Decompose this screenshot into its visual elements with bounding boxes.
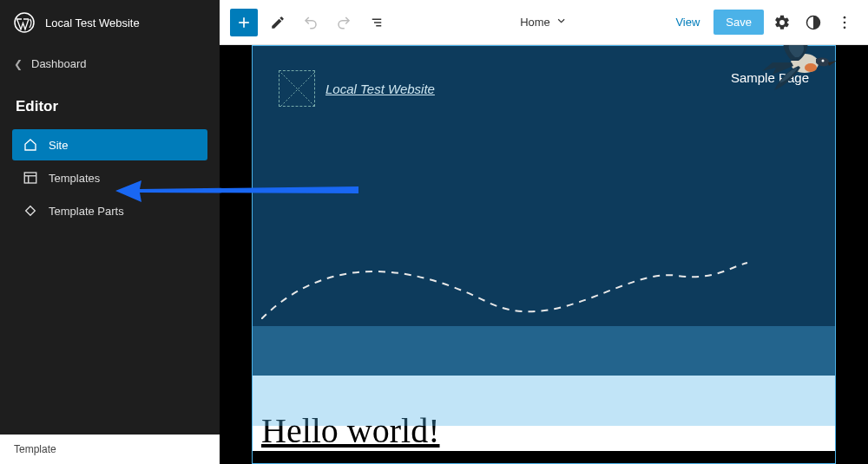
toolbar-right-group: View Save	[667, 10, 858, 36]
editor-nav: Site Templates Template Parts	[0, 129, 220, 228]
main-area: Home View Save	[220, 0, 868, 464]
undo-button[interactable]	[298, 10, 324, 36]
hero-header-row: Local Test Website Sample Page	[279, 70, 809, 107]
svg-point-17	[822, 60, 825, 62]
svg-rect-1	[24, 173, 36, 183]
svg-point-12	[844, 21, 846, 23]
back-label: Dashboard	[31, 57, 87, 70]
site-title-link[interactable]: Local Test Website	[326, 82, 435, 96]
chevron-down-icon	[556, 15, 568, 29]
editor-toolbar: Home View Save	[220, 0, 868, 45]
wordpress-logo-icon[interactable]	[14, 12, 35, 33]
editor-heading: Editor	[0, 82, 220, 129]
bird-illustration	[757, 45, 844, 94]
nav-item-label: Template Parts	[49, 205, 124, 218]
nav-item-templates[interactable]: Templates	[12, 162, 207, 193]
home-icon	[23, 137, 38, 153]
redo-button[interactable]	[331, 10, 357, 36]
add-block-button[interactable]	[230, 9, 258, 36]
page-preview[interactable]: Local Test Website Sample Page	[252, 45, 836, 464]
flight-path-decoration	[261, 232, 817, 319]
site-title: Local Test Website	[45, 16, 140, 29]
save-button[interactable]: Save	[713, 10, 764, 35]
template-dropdown[interactable]: Home	[520, 15, 568, 29]
site-logo-placeholder[interactable]	[279, 70, 315, 107]
nav-item-label: Templates	[49, 172, 100, 185]
layout-icon	[23, 170, 38, 186]
svg-point-13	[844, 26, 846, 29]
hero-left-group: Local Test Website	[279, 70, 435, 107]
editor-canvas[interactable]: Local Test Website Sample Page	[220, 45, 868, 464]
nav-item-label: Site	[49, 139, 68, 152]
post-title-link[interactable]: Hello world!	[261, 410, 826, 451]
diamond-icon	[23, 203, 38, 219]
post-content[interactable]: Hello world!	[253, 376, 835, 451]
svg-point-18	[805, 63, 817, 72]
styles-button[interactable]	[800, 10, 826, 36]
current-template-label: Home	[520, 16, 550, 29]
hero-section[interactable]: Local Test Website Sample Page	[253, 46, 835, 376]
sidebar: Local Test Website ❮ Dashboard Editor Si…	[0, 0, 220, 464]
footer-breadcrumb[interactable]: Template	[0, 435, 220, 464]
chevron-left-icon: ❮	[14, 58, 23, 70]
nav-item-template-parts[interactable]: Template Parts	[12, 195, 207, 226]
svg-rect-4	[26, 206, 36, 216]
svg-point-11	[844, 16, 846, 18]
list-view-button[interactable]	[364, 10, 390, 36]
view-link[interactable]: View	[667, 10, 708, 34]
toolbar-left-group	[230, 9, 390, 36]
edit-mode-button[interactable]	[265, 10, 291, 36]
nav-item-site[interactable]: Site	[12, 129, 207, 160]
options-button[interactable]	[832, 10, 858, 36]
sidebar-header: Local Test Website	[0, 0, 220, 45]
back-to-dashboard-link[interactable]: ❮ Dashboard	[0, 45, 220, 82]
settings-button[interactable]	[769, 10, 795, 36]
